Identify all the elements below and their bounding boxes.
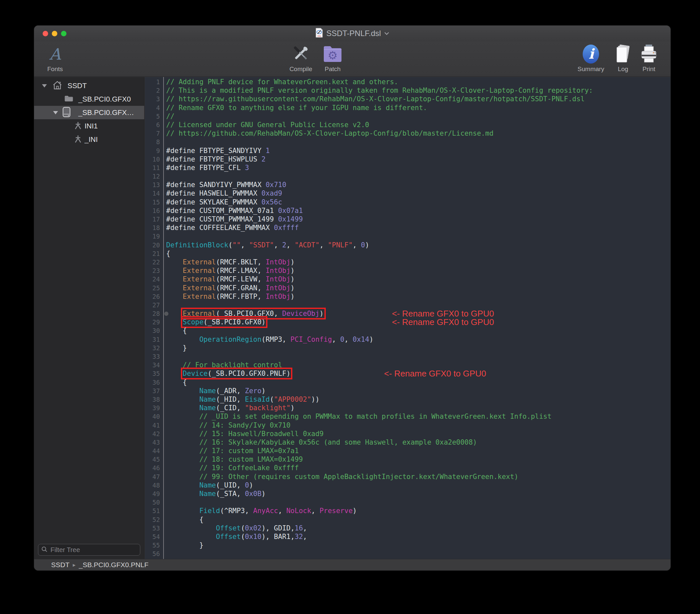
fonts-label: Fonts: [35, 65, 75, 73]
line-number: 28: [145, 309, 160, 318]
sidebar-item-ini[interactable]: _INI: [34, 133, 144, 146]
code-line: 44// 17: custom LMAX=0x7a1: [145, 447, 671, 455]
disclosure-triangle-icon[interactable]: [53, 110, 58, 116]
code-line: 33: [145, 352, 671, 361]
code-line: 22External(RMCF.BKLT, IntObj): [145, 258, 671, 266]
line-number: 37: [145, 387, 160, 395]
code-line: 51Field(^RMP3, AnyAcc, NoLock, Preserve): [145, 506, 671, 515]
code-line: 40// _UID is set depending on PWMMax to …: [145, 412, 671, 421]
line-number: 52: [145, 515, 160, 524]
code-line: 52{: [145, 515, 671, 524]
code-line: 13#define SANDYIVY_PWMMAX 0x710: [145, 180, 671, 189]
breadcrumb-separator-icon: ▸: [73, 562, 76, 568]
code-line: 2// This is a modified PNLF version orig…: [145, 86, 671, 95]
line-number: 10: [145, 155, 160, 163]
line-number: 14: [145, 189, 160, 198]
line-number: 42: [145, 429, 160, 438]
svg-text:DSL: DSL: [317, 35, 322, 37]
line-number: 3: [145, 95, 160, 103]
code-line: 16#define CUSTOM_PWMMAX_07a1 0x07a1: [145, 206, 671, 215]
code-line: 27: [145, 301, 671, 309]
line-number: 55: [145, 541, 160, 550]
line-number: 5: [145, 112, 160, 121]
code-editor[interactable]: 1// Adding PNLF device for WhateverGreen…: [145, 77, 671, 559]
line-number: 19: [145, 232, 160, 240]
code-line: 17#define CUSTOM_PWMMAX_1499 0x1499: [145, 215, 671, 224]
code-line: 8: [145, 138, 671, 146]
line-number: 29: [145, 318, 160, 326]
rename-annotation: <- Rename GFX0 to GPU0: [392, 318, 494, 326]
tree-item-label: _SB.PCI0.GFX…: [78, 109, 134, 117]
line-number: 31: [145, 335, 160, 344]
line-number: 1: [145, 78, 160, 86]
sidebar-item-ini1[interactable]: INI1: [34, 119, 144, 133]
sidebar-tree: SSDT _SB.PCI0.GFX0: [34, 77, 145, 559]
code-line: 6// Licensed under GNU General Public Li…: [145, 121, 671, 129]
code-line: 39Name(_CID, "backlight"): [145, 404, 671, 412]
disclosure-triangle-icon[interactable]: [42, 83, 47, 89]
code-line: 42// 15: Haswell/Broadwell 0xad9: [145, 429, 671, 438]
line-number: 30: [145, 326, 160, 335]
patch-button[interactable]: ⚙ Patch: [312, 42, 353, 73]
code-line: 18#define COFFEELAKE_PWMMAX 0xffff: [145, 224, 671, 232]
chevron-down-icon[interactable]: [384, 30, 389, 36]
code-lines: 1// Adding PNLF device for WhateverGreen…: [145, 78, 671, 558]
code-line: 28External(_SB.PCI0.GFX0, DeviceObj)<- R…: [145, 309, 671, 318]
line-number: 51: [145, 506, 160, 515]
code-line: 12: [145, 172, 671, 180]
gutter-marker-dot: [164, 312, 168, 316]
svg-text:⚙: ⚙: [328, 49, 338, 62]
maciasl-window: DSL SSDT-PNLF.dsl A Fonts: [34, 25, 671, 571]
code-line: 19: [145, 232, 671, 240]
code-line: 37Name(_ADR, Zero): [145, 387, 671, 395]
code-line: 48Name(_UID, 0): [145, 481, 671, 489]
rename-highlight-box: Scope(_SB.PCI0.GFX0): [183, 318, 266, 326]
line-number: 21: [145, 249, 160, 258]
line-number: 32: [145, 344, 160, 352]
print-button[interactable]: Print: [628, 42, 669, 73]
code-line: 56: [145, 550, 671, 558]
fonts-button[interactable]: A Fonts: [35, 42, 75, 73]
tree-item-label: INI1: [85, 122, 98, 130]
line-number: 36: [145, 378, 160, 387]
code-line: 7// https://github.com/RehabMan/OS-X-Clo…: [145, 129, 671, 138]
print-label: Print: [628, 65, 669, 73]
code-line: 14#define HASWELL_PWMMAX 0xad9: [145, 189, 671, 198]
filter-tree-field[interactable]: [38, 544, 140, 556]
document-icon: DSL: [315, 28, 323, 39]
title-bar[interactable]: DSL SSDT-PNLF.dsl: [34, 26, 671, 41]
sidebar-item-gfx0-scope[interactable]: _SB.PCI0.GFX0: [34, 92, 144, 106]
line-number: 13: [145, 180, 160, 189]
line-number: 7: [145, 129, 160, 138]
folder-icon: [64, 95, 73, 103]
line-number: 24: [145, 275, 160, 284]
code-line: 41// 14: Sandy/Ivy 0x710: [145, 421, 671, 429]
line-number: 6: [145, 121, 160, 129]
line-number: 25: [145, 284, 160, 292]
line-number: 35: [145, 369, 160, 378]
code-line: 47// 99: Other (requires custom AppleBac…: [145, 473, 671, 481]
line-number: 38: [145, 395, 160, 404]
line-number: 49: [145, 489, 160, 498]
sidebar-item-ssdt[interactable]: SSDT: [34, 79, 144, 92]
line-number: 4: [145, 103, 160, 112]
sidebar-item-gfx0-device-selected[interactable]: _SB.PCI0.GFX…: [34, 106, 144, 119]
method-icon: [74, 135, 82, 145]
code-line: 55}: [145, 541, 671, 550]
line-number: 34: [145, 361, 160, 369]
line-number: 9: [145, 147, 160, 155]
line-number: 39: [145, 404, 160, 412]
tree-item-label: _SB.PCI0.GFX0: [78, 95, 131, 103]
line-number: 15: [145, 198, 160, 206]
code-line: 31OperationRegion(RMP3, PCI_Config, 0, 0…: [145, 335, 671, 344]
line-number: 45: [145, 455, 160, 464]
line-number: 12: [145, 172, 160, 180]
code-line: 34// For backlight control: [145, 361, 671, 369]
line-number: 54: [145, 532, 160, 541]
status-bar: SSDT ▸ _SB.PCI0.GFX0.PNLF: [34, 559, 671, 571]
code-line: 43// 16: Skylake/KabyLake 0x56c (and som…: [145, 438, 671, 447]
fonts-icon: A: [49, 46, 61, 62]
tree-item-label: SSDT: [67, 82, 87, 90]
line-number: 47: [145, 473, 160, 481]
filter-tree-input[interactable]: [50, 546, 137, 554]
